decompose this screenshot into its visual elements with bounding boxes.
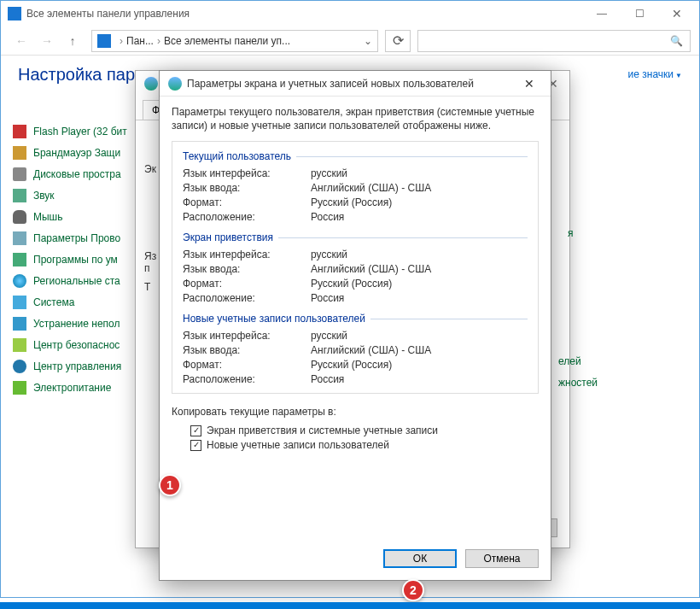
flash-icon <box>13 125 26 138</box>
power-icon <box>13 381 26 395</box>
address-bar-row: ← → ↑ › Пан... › Все элементы панели уп.… <box>1 26 699 56</box>
modal-footer: ОК Отмена <box>383 549 539 568</box>
kv-row: Язык интерфейса:русский <box>183 249 528 261</box>
checkbox-label: Новые учетные записи пользователей <box>207 439 389 451</box>
defaults-icon <box>13 253 26 266</box>
cp-item-label: Мышь <box>33 211 63 223</box>
kv-row: Формат:Русский (Россия) <box>183 359 528 371</box>
region-icon <box>13 274 26 288</box>
settings-groupbox: Текущий пользователь Язык интерфейса:рус… <box>172 141 539 394</box>
breadcrumb-seg[interactable]: Все элементы панели уп... <box>164 35 290 47</box>
close-button[interactable]: ✕ <box>513 72 545 96</box>
system-icon <box>13 296 26 309</box>
chevron-right-icon: › <box>120 35 123 47</box>
breadcrumb-bar[interactable]: › Пан... › Все элементы панели уп... ⌄ <box>91 30 378 52</box>
window-controls: — ☐ ✕ <box>583 2 696 26</box>
cp-item-label: Центр управления <box>33 360 121 372</box>
cp-item-label: Брандмауэр Защи <box>33 147 120 159</box>
cp-item-fragment: я <box>568 227 574 239</box>
forward-button[interactable]: → <box>35 30 59 52</box>
checkbox-icon[interactable]: ✓ <box>190 425 201 436</box>
kv-row: Формат:Русский (Россия) <box>183 278 528 290</box>
modal-titlebar[interactable]: Параметры экрана и учетных записей новых… <box>160 71 551 97</box>
kv-row: Формат:Русский (Россия) <box>183 196 528 208</box>
cp-item-label: Дисковые простра <box>33 168 121 180</box>
chevron-right-icon: › <box>157 35 160 47</box>
control-panel-icon <box>97 34 111 48</box>
nav-arrows: ← → ↑ <box>9 30 85 52</box>
globe-icon <box>144 77 158 91</box>
up-button[interactable]: ↑ <box>61 30 85 52</box>
modal-title: Параметры экрана и учетных записей новых… <box>187 78 513 90</box>
cp-item-fragment: елей <box>558 355 581 367</box>
cancel-button[interactable]: Отмена <box>465 549 539 568</box>
cp-item-label: Система <box>33 296 74 308</box>
kv-row: Язык интерфейса:русский <box>183 167 528 179</box>
cp-item-label: Центр безопаснос <box>33 339 120 351</box>
explorer-icon <box>13 231 26 245</box>
sound-icon <box>13 189 26 202</box>
search-input[interactable]: 🔍 <box>417 30 691 52</box>
modal-body: Параметры текущего пользователя, экран п… <box>160 97 551 462</box>
main-title: Все элементы панели управления <box>26 8 583 20</box>
minimize-button[interactable]: — <box>583 2 621 26</box>
mouse-icon <box>13 210 26 224</box>
section-new-accounts: Новые учетные записи пользователей <box>183 313 528 325</box>
main-titlebar[interactable]: Все элементы панели управления — ☐ ✕ <box>1 1 699 26</box>
kv-row: Расположение:Россия <box>183 373 528 385</box>
annotation-marker-2: 2 <box>402 579 424 601</box>
modal-description: Параметры текущего пользователя, экран п… <box>172 105 539 132</box>
disk-icon <box>13 167 26 181</box>
cp-item-label: Программы по ум <box>33 254 118 266</box>
annotation-marker-1: 1 <box>159 474 181 496</box>
kv-row: Язык ввода:Английский (США) - США <box>183 182 528 194</box>
kv-row: Расположение:Россия <box>183 292 528 304</box>
close-button[interactable]: ✕ <box>658 2 696 26</box>
kv-row: Язык ввода:Английский (США) - США <box>183 263 528 275</box>
section-welcome-screen: Экран приветствия <box>183 231 528 243</box>
kv-row: Расположение:Россия <box>183 211 528 223</box>
back-button[interactable]: ← <box>9 30 33 52</box>
cp-item-label: Flash Player (32 бит <box>33 126 127 138</box>
cp-item-label: Устранение непол <box>33 318 120 330</box>
checkbox-label: Экран приветствия и системные учетные за… <box>207 425 438 436</box>
welcome-settings-modal: Параметры экрана и учетных записей новых… <box>159 70 551 581</box>
copy-settings-label: Копировать текущие параметры в: <box>172 406 539 418</box>
cp-item-label: Звук <box>33 190 55 202</box>
cp-item-label: Параметры Прово <box>33 232 120 244</box>
security-icon <box>13 338 26 352</box>
checkbox-new-users[interactable]: ✓ Новые учетные записи пользователей <box>190 439 539 451</box>
control-panel-icon <box>8 7 21 20</box>
maximize-button[interactable]: ☐ <box>621 2 658 26</box>
checkbox-welcome-screen[interactable]: ✓ Экран приветствия и системные учетные … <box>190 425 539 436</box>
dropdown-icon[interactable]: ⌄ <box>364 35 372 47</box>
search-icon: 🔍 <box>670 35 683 47</box>
mobility-icon <box>13 360 26 373</box>
view-mode-link[interactable]: ие значки▼ <box>628 68 682 80</box>
troubleshoot-icon <box>13 317 26 331</box>
section-current-user: Текущий пользователь <box>183 150 528 162</box>
ok-button[interactable]: ОК <box>383 549 457 568</box>
globe-icon <box>168 77 182 91</box>
cp-item-label: Региональные ста <box>33 275 120 287</box>
kv-row: Язык ввода:Английский (США) - США <box>183 344 528 356</box>
cp-item-fragment: жностей <box>558 377 598 389</box>
refresh-button[interactable]: ⟳ <box>385 30 411 52</box>
taskbar[interactable] <box>0 602 700 609</box>
cp-item-label: Электропитание <box>33 382 111 394</box>
checkbox-icon[interactable]: ✓ <box>190 440 201 451</box>
firewall-icon <box>13 146 26 160</box>
kv-row: Язык интерфейса:русский <box>183 330 528 342</box>
breadcrumb-seg[interactable]: Пан... <box>126 35 154 47</box>
